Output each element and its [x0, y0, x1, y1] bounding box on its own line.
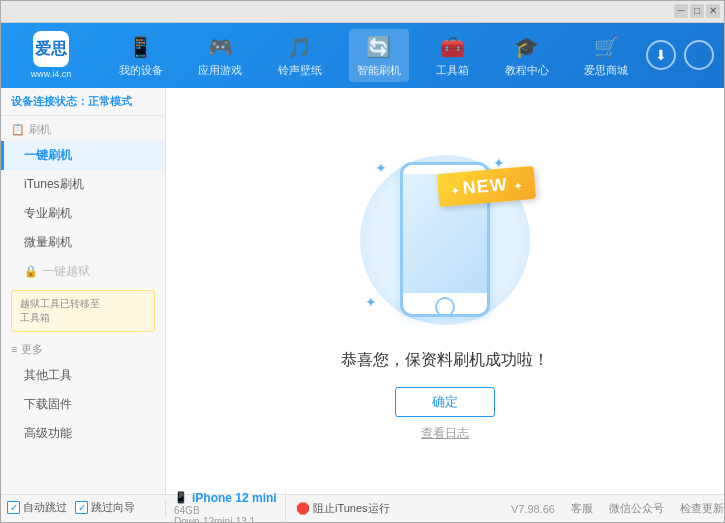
bottom-left-section: ✓ 自动跳过 ✓ 跳过向导 — [1, 500, 166, 517]
nav-item-toolbox[interactable]: 🧰 工具箱 — [428, 29, 477, 82]
nav-item-ringtone-label: 铃声壁纸 — [278, 63, 322, 78]
nav-item-tutorial-label: 教程中心 — [505, 63, 549, 78]
other-tools-label: 其他工具 — [24, 368, 72, 382]
nav-item-shop-label: 爱思商城 — [584, 63, 628, 78]
auto-dismiss-check-icon: ✓ — [7, 501, 20, 514]
shop-icon: 🛒 — [592, 33, 620, 61]
auto-dismiss-label: 自动跳过 — [23, 500, 67, 515]
nav-right-buttons: ⬇ 👤 — [646, 40, 714, 70]
skip-guide-checkbox[interactable]: ✓ 跳过向导 — [75, 500, 135, 515]
flash-section-icon: 📋 — [11, 123, 25, 136]
flash-section-label: 刷机 — [29, 122, 51, 137]
wechat-public-link[interactable]: 微信公众号 — [609, 501, 664, 516]
nav-item-smart-flash-label: 智能刷机 — [357, 63, 401, 78]
lock-icon: 🔒 — [24, 265, 38, 278]
title-bar: ─ □ ✕ — [1, 1, 724, 23]
skip-guide-check-icon: ✓ — [75, 501, 88, 514]
nav-item-ringtone[interactable]: 🎵 铃声壁纸 — [270, 29, 330, 82]
app-window: ─ □ ✕ 爱思 www.i4.cn 📱 我的设备 🎮 应用游戏 🎵 铃声壁纸 … — [0, 0, 725, 523]
phone-home-button — [435, 297, 455, 317]
nav-item-tutorial[interactable]: 🎓 教程中心 — [497, 29, 557, 82]
nav-items-container: 📱 我的设备 🎮 应用游戏 🎵 铃声壁纸 🔄 智能刷机 🧰 工具箱 🎓 — [101, 29, 646, 82]
device-info-section: 📱 iPhone 12 mini 64GB Down-12mini-13.1 — [166, 491, 286, 524]
maximize-button[interactable]: □ — [690, 4, 704, 18]
status-value: 正常模式 — [88, 95, 132, 107]
auto-dismiss-checkbox[interactable]: ✓ 自动跳过 — [7, 500, 67, 515]
nav-item-toolbox-label: 工具箱 — [436, 63, 469, 78]
device-storage-text: 64GB — [174, 505, 200, 516]
sidebar-item-tiny-flash[interactable]: 微量刷机 — [1, 228, 165, 257]
device-model-text: Down-12mini-13.1 — [174, 516, 255, 524]
sidebar: 设备连接状态：正常模式 📋 刷机 一键刷机 iTunes刷机 专业刷机 微量刷机… — [1, 88, 166, 494]
checkbox-group: ✓ 自动跳过 ✓ 跳过向导 — [7, 500, 159, 515]
advanced-label: 高级功能 — [24, 426, 72, 440]
bottom-bar: ✓ 自动跳过 ✓ 跳过向导 📱 iPhone 12 mini 64GB Down… — [1, 494, 724, 522]
nav-item-my-device[interactable]: 📱 我的设备 — [111, 29, 171, 82]
sidebar-item-advanced[interactable]: 高级功能 — [1, 419, 165, 448]
confirm-button[interactable]: 确定 — [395, 387, 495, 417]
bottom-right-section: V7.98.66 客服 微信公众号 检查更新 — [390, 501, 724, 516]
daily-link-text: 查看日志 — [421, 426, 469, 440]
app-logo: 爱思 www.i4.cn — [11, 31, 91, 79]
device-model: Down-12mini-13.1 — [174, 516, 277, 524]
connection-status: 设备连接状态：正常模式 — [1, 88, 165, 116]
star-decoration-1: ✦ — [375, 160, 387, 176]
close-button[interactable]: ✕ — [706, 4, 720, 18]
minimize-button[interactable]: ─ — [674, 4, 688, 18]
status-label: 设备连接状态： — [11, 95, 88, 107]
itunes-stop-button[interactable]: 🛑 阻止iTunes运行 — [286, 501, 390, 516]
logo-url: www.i4.cn — [31, 69, 72, 79]
sidebar-item-download-firmware[interactable]: 下载固件 — [1, 390, 165, 419]
success-illustration: ✦ ✦ ✦ NEW — [345, 140, 545, 340]
itunes-stop-label: 阻止iTunes运行 — [313, 501, 390, 516]
new-badge-text: NEW — [462, 174, 509, 198]
tutorial-icon: 🎓 — [513, 33, 541, 61]
more-section-icon: ≡ — [11, 343, 17, 355]
download-firmware-label: 下载固件 — [24, 397, 72, 411]
device-icon: 📱 — [174, 491, 188, 504]
confirm-button-label: 确定 — [432, 394, 458, 409]
device-name-text: iPhone 12 mini — [192, 491, 277, 505]
version-text: V7.98.66 — [511, 503, 555, 515]
download-button[interactable]: ⬇ — [646, 40, 676, 70]
pro-flash-label: 专业刷机 — [24, 206, 72, 220]
sidebar-jailbreak-note: 越狱工具已转移至工具箱 — [11, 290, 155, 332]
device-name: 📱 iPhone 12 mini — [174, 491, 277, 505]
note-text: 越狱工具已转移至工具箱 — [20, 298, 100, 323]
nav-item-smart-flash[interactable]: 🔄 智能刷机 — [349, 29, 409, 82]
device-storage: 64GB — [174, 505, 277, 516]
apps-games-icon: 🎮 — [206, 33, 234, 61]
account-button[interactable]: 👤 — [684, 40, 714, 70]
itunes-icon: 🛑 — [296, 502, 310, 515]
more-section-label: 更多 — [21, 342, 43, 357]
one-key-flash-label: 一键刷机 — [24, 148, 72, 162]
ringtone-icon: 🎵 — [286, 33, 314, 61]
itunes-flash-label: iTunes刷机 — [24, 177, 84, 191]
customer-service-link[interactable]: 客服 — [571, 501, 593, 516]
sidebar-item-itunes-flash[interactable]: iTunes刷机 — [1, 170, 165, 199]
daily-link[interactable]: 查看日志 — [421, 425, 469, 442]
star-decoration-3: ✦ — [365, 294, 377, 310]
tiny-flash-label: 微量刷机 — [24, 235, 72, 249]
logo-icon: 爱思 — [33, 31, 69, 67]
sidebar-item-one-key-flash[interactable]: 一键刷机 — [1, 141, 165, 170]
check-update-link[interactable]: 检查更新 — [680, 501, 724, 516]
top-navigation: 爱思 www.i4.cn 📱 我的设备 🎮 应用游戏 🎵 铃声壁纸 🔄 智能刷机… — [1, 23, 724, 88]
my-device-icon: 📱 — [127, 33, 155, 61]
nav-item-apps-games[interactable]: 🎮 应用游戏 — [190, 29, 250, 82]
nav-item-my-device-label: 我的设备 — [119, 63, 163, 78]
nav-item-shop[interactable]: 🛒 爱思商城 — [576, 29, 636, 82]
content-area: ✦ ✦ ✦ NEW 恭喜您，保资料刷机成功啦！ 确定 查看日志 — [166, 88, 724, 494]
main-area: 设备连接状态：正常模式 📋 刷机 一键刷机 iTunes刷机 专业刷机 微量刷机… — [1, 88, 724, 494]
sidebar-item-pro-flash[interactable]: 专业刷机 — [1, 199, 165, 228]
sidebar-section-flash: 📋 刷机 — [1, 116, 165, 141]
nav-item-apps-games-label: 应用游戏 — [198, 63, 242, 78]
smart-flash-icon: 🔄 — [365, 33, 393, 61]
success-message: 恭喜您，保资料刷机成功啦！ — [341, 350, 549, 371]
sidebar-item-jailbreak: 🔒 一键越狱 — [1, 257, 165, 286]
skip-guide-label: 跳过向导 — [91, 500, 135, 515]
sidebar-section-more: ≡ 更多 — [1, 336, 165, 361]
toolbox-icon: 🧰 — [439, 33, 467, 61]
jailbreak-label: 一键越狱 — [42, 263, 90, 280]
sidebar-item-other-tools[interactable]: 其他工具 — [1, 361, 165, 390]
